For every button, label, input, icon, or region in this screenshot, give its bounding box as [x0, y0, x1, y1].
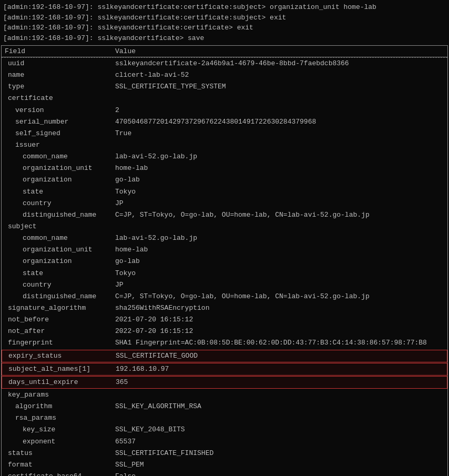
- value-cell: Tokyo: [115, 187, 444, 197]
- value-cell: SSL_KEY_2048_BITS: [115, 424, 444, 435]
- value-cell: SSL_KEY_ALGORITHM_RSA: [115, 401, 444, 412]
- value-cell: [115, 413, 444, 423]
- value-cell: JP: [115, 198, 444, 209]
- field-cell: not_before: [5, 315, 115, 325]
- value-cell: clicert-lab-avi-52: [115, 70, 444, 80]
- table-row: certificate: [2, 93, 447, 104]
- command-history: [admin:192-168-10-97]: sslkeyandcertific…: [0, 0, 449, 45]
- field-cell: issuer: [5, 140, 115, 150]
- table-header: Field Value: [2, 46, 447, 57]
- field-cell: fingerprint: [5, 338, 115, 348]
- value-cell: 2: [115, 105, 444, 116]
- cmd-line-4: [admin:192-168-10-97]: sslkeyandcertific…: [3, 33, 446, 44]
- table-row: distinguished_nameC=JP, ST=Tokyo, O=go-l…: [2, 291, 447, 302]
- field-cell: common_name: [5, 151, 115, 162]
- value-cell: 2022-07-20 16:15:12: [115, 326, 444, 337]
- header-value: Value: [115, 47, 444, 55]
- table-row: expiry_statusSSL_CERTIFICATE_GOOD: [2, 350, 447, 362]
- value-cell: SSL_CERTIFICATE_GOOD: [116, 351, 444, 361]
- value-cell: SHA1 Fingerprint=AC:0B:08:5D:BE:00:62:0D…: [115, 338, 444, 348]
- table-row: distinguished_nameC=JP, ST=Tokyo, O=go-l…: [2, 209, 447, 221]
- value-cell: 4705046877201429737296762243801491722630…: [115, 117, 444, 127]
- table-row: formatSSL_PEM: [2, 459, 447, 471]
- value-cell: JP: [115, 280, 444, 290]
- field-cell: subject_alt_names[1]: [5, 364, 116, 374]
- table-row: self_signedTrue: [2, 128, 447, 139]
- value-cell: [115, 140, 444, 150]
- value-cell: sha256WithRSAEncryption: [115, 303, 444, 313]
- field-cell: distinguished_name: [5, 291, 115, 302]
- table-row: nameclicert-lab-avi-52: [2, 69, 447, 81]
- table-row: stateTokyo: [2, 268, 447, 279]
- field-cell: organization_unit: [5, 245, 115, 255]
- field-cell: type: [5, 82, 115, 92]
- field-cell: certificate_base64: [5, 471, 115, 476]
- table-body: uuidsslkeyandcertificate-2a46b9a1-4679-4…: [2, 58, 447, 476]
- table-row: issuer: [2, 139, 447, 151]
- value-cell: SSL_CERTIFICATE_FINISHED: [115, 448, 444, 459]
- header-field: Field: [5, 47, 115, 55]
- table-row: statusSSL_CERTIFICATE_FINISHED: [2, 448, 447, 459]
- field-cell: key_params: [5, 390, 115, 400]
- field-cell: country: [5, 198, 115, 209]
- field-cell: serial_number: [5, 117, 115, 127]
- field-cell: uuid: [5, 58, 115, 69]
- value-cell: sslkeyandcertificate-2a46b9a1-4679-46be-…: [115, 58, 444, 69]
- table-row: common_namelab-avi-52.go-lab.jp: [2, 151, 447, 163]
- field-cell: format: [5, 460, 115, 470]
- value-cell: lab-avi-52.go-lab.jp: [115, 233, 444, 244]
- value-cell: 192.168.10.97: [116, 364, 444, 374]
- table-row: common_namelab-avi-52.go-lab.jp: [2, 232, 447, 244]
- value-cell: home-lab: [115, 163, 444, 174]
- field-cell: organization: [5, 175, 115, 185]
- table-row: signature_algorithmsha256WithRSAEncrypti…: [2, 302, 447, 314]
- table-row: typeSSL_CERTIFICATE_TYPE_SYSTEM: [2, 81, 447, 93]
- field-cell: rsa_params: [5, 413, 115, 423]
- field-cell: key_size: [5, 424, 115, 435]
- table-row: serial_number470504687720142973729676224…: [2, 116, 447, 128]
- data-table: Field Value uuidsslkeyandcertificate-2a4…: [1, 45, 448, 476]
- value-cell: 65537: [115, 437, 444, 447]
- value-cell: C=JP, ST=Tokyo, O=go-lab, OU=home-lab, C…: [115, 210, 444, 220]
- value-cell: 2021-07-20 16:15:12: [115, 315, 444, 325]
- table-row: algorithmSSL_KEY_ALGORITHM_RSA: [2, 401, 447, 412]
- table-row: subject_alt_names[1]192.168.10.97: [2, 363, 447, 376]
- value-cell: SSL_CERTIFICATE_TYPE_SYSTEM: [115, 82, 444, 92]
- table-row: subject: [2, 221, 447, 232]
- value-cell: home-lab: [115, 245, 444, 255]
- table-row: not_before2021-07-20 16:15:12: [2, 314, 447, 326]
- table-row: countryJP: [2, 279, 447, 291]
- table-row: uuidsslkeyandcertificate-2a46b9a1-4679-4…: [2, 58, 447, 69]
- table-row: rsa_params: [2, 412, 447, 424]
- table-row: stateTokyo: [2, 186, 447, 198]
- field-cell: version: [5, 105, 115, 116]
- value-cell: lab-avi-52.go-lab.jp: [115, 151, 444, 162]
- field-cell: common_name: [5, 233, 115, 244]
- field-cell: name: [5, 70, 115, 80]
- field-cell: expiry_status: [5, 351, 116, 361]
- table-row: key_params: [2, 389, 447, 401]
- value-cell: SSL_PEM: [115, 460, 444, 470]
- cmd-line-2: [admin:192-168-10-97]: sslkeyandcertific…: [3, 13, 446, 23]
- value-cell: go-lab: [115, 256, 444, 267]
- value-cell: [115, 390, 444, 400]
- table-row: key_sizeSSL_KEY_2048_BITS: [2, 424, 447, 436]
- field-cell: signature_algorithm: [5, 303, 115, 313]
- table-row: organization_unithome-lab: [2, 163, 447, 174]
- field-cell: state: [5, 268, 115, 279]
- table-row: days_until_expire365: [2, 376, 447, 389]
- field-cell: not_after: [5, 326, 115, 337]
- table-row: organizationgo-lab: [2, 174, 447, 186]
- table-row: certificate_base64False: [2, 471, 447, 476]
- table-row: fingerprintSHA1 Fingerprint=AC:0B:08:5D:…: [2, 337, 447, 349]
- field-cell: distinguished_name: [5, 210, 115, 220]
- field-cell: country: [5, 280, 115, 290]
- table-row: organizationgo-lab: [2, 256, 447, 267]
- value-cell: True: [115, 128, 444, 139]
- table-row: countryJP: [2, 198, 447, 209]
- table-row: version2: [2, 105, 447, 116]
- field-cell: algorithm: [5, 401, 115, 412]
- cmd-line-3: [admin:192-168-10-97]: sslkeyandcertific…: [3, 23, 446, 33]
- table-row: not_after2022-07-20 16:15:12: [2, 326, 447, 337]
- field-cell: state: [5, 187, 115, 197]
